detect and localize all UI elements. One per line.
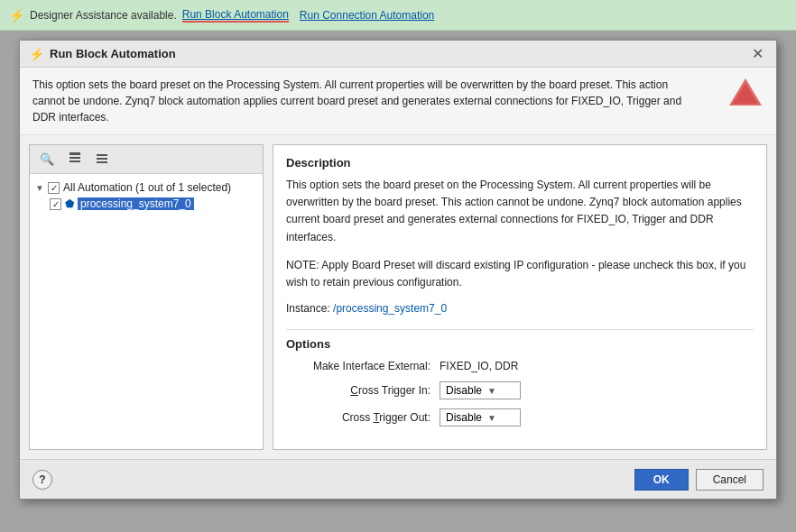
dialog-main-content: 🔍 ▼ ✓ All Automation (1 out of 1 selecte… bbox=[20, 135, 776, 459]
right-panel: Description This option sets the board p… bbox=[273, 144, 767, 450]
ok-button[interactable]: OK bbox=[634, 469, 689, 491]
cross-trigger-out-value: Disable bbox=[446, 411, 482, 424]
left-panel-toolbar: 🔍 bbox=[30, 145, 263, 174]
banner-icon: ⚡ bbox=[9, 8, 24, 23]
dialog-footer: ? OK Cancel bbox=[20, 459, 776, 499]
child-checkbox[interactable]: ✓ bbox=[50, 198, 61, 210]
root-checkbox[interactable]: ✓ bbox=[48, 182, 60, 194]
option1-label: Make Interface External: bbox=[286, 360, 430, 372]
cross-trigger-in-arrow: ▼ bbox=[487, 386, 496, 396]
option3-label-rest: rigger Out: bbox=[379, 411, 430, 424]
svg-rect-6 bbox=[97, 158, 107, 160]
dialog-title: Run Block Automation bbox=[50, 47, 176, 60]
designer-assistance-banner: ⚡ Designer Assistance available. Run Blo… bbox=[0, 0, 796, 31]
description-content-1: This option sets the board preset on the… bbox=[286, 177, 754, 246]
tree-child-item[interactable]: ✓ ⬟ processing_system7_0 bbox=[50, 196, 257, 212]
option2-label: Cross Trigger In: bbox=[286, 384, 430, 397]
cross-trigger-in-value: Disable bbox=[446, 384, 482, 397]
svg-rect-3 bbox=[69, 157, 80, 159]
svg-rect-2 bbox=[69, 152, 80, 155]
root-label: All Automation (1 out of 1 selected) bbox=[63, 181, 231, 194]
dialog-description-text: This option sets the board preset on the… bbox=[32, 77, 682, 125]
dialog-close-button[interactable]: ✕ bbox=[748, 47, 767, 61]
footer-left: ? bbox=[32, 470, 52, 490]
child-label: processing_system7_0 bbox=[78, 197, 194, 210]
option1-value: FIXED_IO, DDR bbox=[440, 360, 518, 372]
cross-trigger-out-select[interactable]: Disable ▼ bbox=[440, 408, 521, 427]
svg-rect-4 bbox=[69, 161, 80, 162]
option3-label: Cross Trigger Out: bbox=[286, 411, 430, 424]
run-block-automation-dialog: ⚡ Run Block Automation ✕ This option set… bbox=[19, 40, 777, 500]
banner-text: Designer Assistance available. bbox=[30, 9, 177, 22]
option-cross-trigger-in-row: Cross Trigger In: Disable ▼ bbox=[286, 381, 754, 399]
option-cross-trigger-out-row: Cross Trigger Out: Disable ▼ bbox=[286, 408, 754, 427]
automation-tree: ▼ ✓ All Automation (1 out of 1 selected)… bbox=[30, 174, 263, 449]
option2-label-underline: C bbox=[350, 384, 358, 397]
dialog-top-description: This option sets the board preset on the… bbox=[20, 68, 776, 135]
modal-overlay: ⚡ Run Block Automation ✕ This option set… bbox=[0, 31, 796, 532]
svg-rect-7 bbox=[97, 161, 107, 163]
dialog-title-icon: ⚡ bbox=[29, 47, 44, 61]
expand-all-button[interactable] bbox=[64, 149, 86, 170]
option3-label-c: Cross bbox=[342, 411, 373, 424]
cross-trigger-in-select[interactable]: Disable ▼ bbox=[440, 381, 521, 399]
options-section: Options Make Interface External: FIXED_I… bbox=[286, 329, 754, 427]
footer-right: OK Cancel bbox=[634, 469, 764, 491]
instance-label: Instance: bbox=[286, 302, 330, 315]
option-make-interface-row: Make Interface External: FIXED_IO, DDR bbox=[286, 360, 754, 372]
collapse-all-button[interactable] bbox=[91, 149, 113, 170]
vivado-logo bbox=[727, 77, 764, 113]
dialog-titlebar: ⚡ Run Block Automation ✕ bbox=[20, 41, 776, 68]
expand-icon: ▼ bbox=[35, 183, 44, 193]
right-panel-inner[interactable]: Description This option sets the board p… bbox=[273, 145, 766, 449]
component-icon: ⬟ bbox=[65, 197, 74, 210]
run-connection-automation-link[interactable]: Run Connection Automation bbox=[300, 9, 434, 22]
cancel-button[interactable]: Cancel bbox=[696, 469, 764, 491]
instance-value: /processing_system7_0 bbox=[333, 302, 447, 315]
instance-line: Instance: /processing_system7_0 bbox=[286, 302, 754, 315]
search-button[interactable]: 🔍 bbox=[35, 150, 59, 169]
help-button[interactable]: ? bbox=[32, 470, 52, 490]
options-section-title: Options bbox=[286, 329, 754, 351]
description-section-title: Description bbox=[286, 156, 754, 170]
left-panel: 🔍 ▼ ✓ All Automation (1 out of 1 selecte… bbox=[29, 144, 264, 450]
tree-root-item[interactable]: ▼ ✓ All Automation (1 out of 1 selected) bbox=[35, 179, 257, 196]
cross-trigger-out-arrow: ▼ bbox=[487, 413, 496, 423]
description-content-2: NOTE: Apply Board Preset will discard ex… bbox=[286, 257, 754, 291]
svg-rect-5 bbox=[97, 154, 107, 156]
run-block-automation-link[interactable]: Run Block Automation bbox=[182, 8, 289, 23]
option2-label-rest: ross Trigger In: bbox=[358, 384, 430, 397]
dialog-title-left: ⚡ Run Block Automation bbox=[29, 47, 176, 61]
